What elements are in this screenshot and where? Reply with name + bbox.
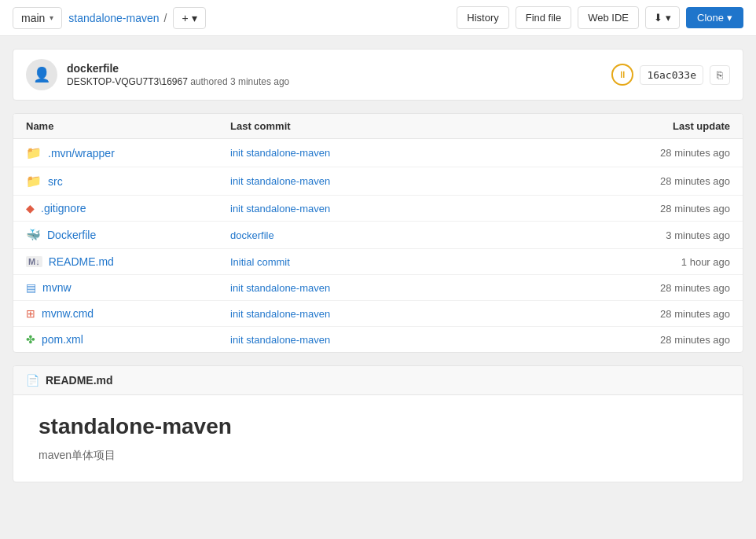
top-bar: main ▾ standalone-maven / + ▾ History Fi… — [0, 0, 756, 36]
file-name: Dockerfile — [47, 229, 96, 241]
cmd-icon: ⊞ — [26, 307, 35, 320]
commit-author: DESKTOP-VQGU7T3\16967 — [67, 76, 188, 87]
commit-message-cell[interactable]: dockerfile — [230, 229, 604, 241]
time-cell: 28 minutes ago — [604, 203, 730, 214]
commit-time: 3 minutes ago — [230, 76, 289, 87]
file-name-cell[interactable]: ◆ .gitignore — [26, 202, 230, 214]
file-name: mvnw.cmd — [42, 307, 94, 320]
pause-symbol: ⏸ — [618, 69, 627, 80]
time-cell: 28 minutes ago — [604, 308, 730, 320]
file-name-cell[interactable]: 🐳 Dockerfile — [26, 228, 230, 242]
file-name: .mvn/wrapper — [48, 147, 115, 160]
col-update-header: Last update — [604, 120, 730, 132]
commit-message: dockerfile — [67, 62, 602, 75]
pipeline-status-icon: ⏸ — [611, 64, 633, 86]
avatar-icon: 👤 — [33, 66, 50, 83]
file-name: .gitignore — [41, 202, 86, 214]
commit-message-cell[interactable]: init standalone-maven — [230, 282, 604, 294]
web-ide-button[interactable]: Web IDE — [578, 6, 639, 29]
repo-name-link[interactable]: standalone-maven — [68, 12, 159, 24]
time-cell: 3 minutes ago — [604, 229, 730, 241]
readme-header-title: README.md — [46, 374, 113, 387]
table-row: ⊞ mvnw.cmd init standalone-maven 28 minu… — [13, 301, 743, 327]
commit-meta: DESKTOP-VQGU7T3\16967 authored 3 minutes… — [67, 76, 602, 87]
copy-icon: ⎘ — [717, 69, 723, 81]
xml-icon: ✤ — [26, 333, 35, 346]
add-file-button[interactable]: + ▾ — [173, 7, 205, 29]
commit-message-cell[interactable]: init standalone-maven — [230, 175, 604, 187]
commit-hash-section: ⏸ 16ac033e ⎘ — [611, 64, 730, 86]
file-name-cell[interactable]: ▤ mvnw — [26, 281, 230, 294]
file-name-cell[interactable]: 📁 .mvn/wrapper — [26, 145, 230, 160]
branch-label: main — [21, 12, 45, 24]
clone-chevron-icon: ▾ — [727, 12, 732, 24]
commit-info-card: 👤 dockerfile DESKTOP-VQGU7T3\16967 autho… — [13, 49, 743, 101]
branch-selector[interactable]: main ▾ — [13, 7, 62, 29]
download-icon: ⬇ — [654, 12, 662, 24]
commit-message-cell[interactable]: init standalone-maven — [230, 334, 604, 346]
markdown-icon: M↓ — [26, 256, 42, 267]
col-commit-header: Last commit — [230, 120, 604, 132]
copy-hash-button[interactable]: ⎘ — [710, 65, 730, 85]
time-cell: 28 minutes ago — [604, 147, 730, 159]
file-name: src — [48, 175, 63, 188]
file-name-cell[interactable]: M↓ README.md — [26, 255, 230, 268]
clone-button[interactable]: Clone ▾ — [686, 7, 743, 28]
folder-icon: 📁 — [26, 145, 42, 160]
readme-content: standalone-maven maven单体项目 — [13, 395, 743, 482]
table-row: 🐳 Dockerfile dockerfile 3 minutes ago — [13, 222, 743, 249]
readme-header: 📄 README.md — [13, 366, 743, 395]
table-row: M↓ README.md Initial commit 1 hour ago — [13, 249, 743, 275]
avatar: 👤 — [26, 59, 57, 90]
file-icon: ▤ — [26, 281, 36, 294]
commit-message-cell[interactable]: init standalone-maven — [230, 147, 604, 159]
table-row: ▤ mvnw init standalone-maven 28 minutes … — [13, 275, 743, 301]
branch-chevron-icon: ▾ — [50, 13, 53, 22]
history-button[interactable]: History — [457, 6, 508, 29]
file-name: mvnw — [42, 281, 72, 294]
commit-details: dockerfile DESKTOP-VQGU7T3\16967 authore… — [67, 62, 602, 87]
commit-message-cell[interactable]: init standalone-maven — [230, 308, 604, 320]
time-cell: 1 hour ago — [604, 256, 730, 268]
add-chevron-icon: ▾ — [192, 12, 197, 24]
commit-message-cell[interactable]: init standalone-maven — [230, 203, 604, 214]
folder-icon: 📁 — [26, 174, 42, 189]
download-button[interactable]: ⬇ ▾ — [645, 6, 680, 29]
file-name: README.md — [49, 255, 114, 268]
commit-hash-badge: 16ac033e — [640, 65, 703, 85]
time-cell: 28 minutes ago — [604, 282, 730, 294]
plus-icon: + — [182, 12, 188, 24]
download-chevron-icon: ▾ — [666, 12, 671, 24]
file-table-header: Name Last commit Last update — [13, 114, 743, 139]
breadcrumb: standalone-maven / — [68, 12, 167, 24]
gitignore-icon: ◆ — [26, 202, 35, 214]
main-content: 👤 dockerfile DESKTOP-VQGU7T3\16967 autho… — [0, 36, 756, 495]
col-name-header: Name — [26, 120, 230, 132]
clone-label: Clone — [697, 12, 724, 24]
readme-main-title: standalone-maven — [39, 414, 717, 439]
file-name: pom.xml — [42, 333, 83, 346]
file-name-cell[interactable]: ✤ pom.xml — [26, 333, 230, 346]
file-name-cell[interactable]: ⊞ mvnw.cmd — [26, 307, 230, 320]
docker-icon: 🐳 — [26, 228, 41, 242]
time-cell: 28 minutes ago — [604, 334, 730, 346]
readme-file-icon: 📄 — [26, 374, 39, 387]
readme-subtitle: maven单体项目 — [39, 449, 717, 463]
file-name-cell[interactable]: 📁 src — [26, 174, 230, 189]
time-cell: 28 minutes ago — [604, 175, 730, 187]
table-row: 📁 src init standalone-maven 28 minutes a… — [13, 167, 743, 196]
readme-card: 📄 README.md standalone-maven maven单体项目 — [13, 365, 743, 482]
file-rows-container: 📁 .mvn/wrapper init standalone-maven 28 … — [13, 139, 743, 352]
find-file-button[interactable]: Find file — [516, 6, 572, 29]
commit-authored-label: authored — [190, 76, 227, 87]
table-row: 📁 .mvn/wrapper init standalone-maven 28 … — [13, 139, 743, 167]
breadcrumb-separator: / — [164, 12, 167, 24]
table-row: ✤ pom.xml init standalone-maven 28 minut… — [13, 327, 743, 352]
table-row: ◆ .gitignore init standalone-maven 28 mi… — [13, 196, 743, 222]
commit-message-cell[interactable]: Initial commit — [230, 256, 604, 268]
file-table-card: Name Last commit Last update 📁 .mvn/wrap… — [13, 113, 743, 353]
